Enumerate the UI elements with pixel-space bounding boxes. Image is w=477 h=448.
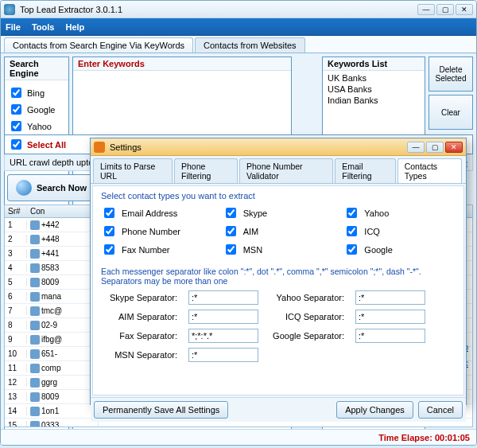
settings-tabs: Limits to Parse URL Phone Filtering Phon… [91, 156, 466, 184]
ct-skype[interactable]: Skype [223, 205, 335, 220]
app-icon [4, 4, 15, 15]
contact-types-grid: Email Address Skype Yahoo Phone Number A… [101, 205, 456, 257]
search-now-button[interactable]: Search Now [7, 174, 95, 201]
yahoo-sep-input[interactable] [355, 290, 425, 305]
contact-type-icon [30, 349, 40, 359]
se-google[interactable]: Google [8, 102, 65, 117]
contact-type-icon [30, 306, 40, 316]
cell-contact: +441 [27, 249, 99, 259]
cell-contact: 02-9 [27, 321, 99, 330]
window-title: Top Lead Extractor 3.0.1.1 [20, 5, 122, 14]
tab-phone-filtering[interactable]: Phone Filtering [174, 158, 238, 183]
contact-type-icon [30, 392, 40, 402]
col-contact[interactable]: Con [27, 205, 99, 217]
cell-contact: ggrg [27, 378, 99, 388]
ct-aim[interactable]: AIM [223, 224, 335, 239]
clear-button[interactable]: Clear [429, 95, 473, 130]
elapsed-label: Time Elapse: [378, 433, 432, 442]
select-all-checkbox[interactable] [11, 139, 21, 150]
settings-instruction: Select contact types you want to extract [101, 191, 456, 201]
cell-sr: 10 [5, 349, 27, 358]
cell-sr: 8 [5, 321, 27, 329]
skype-sep-input[interactable] [188, 290, 258, 305]
settings-footer: Permanently Save All Settings Apply Chan… [91, 397, 466, 422]
crawl-label: URL crawl depth upto [10, 158, 93, 167]
se-bing-checkbox[interactable] [11, 88, 21, 98]
tab-limits[interactable]: Limits to Parse URL [93, 158, 173, 183]
ct-icq[interactable]: ICQ [343, 224, 456, 239]
cancel-button[interactable]: Cancel [418, 401, 463, 419]
tab-websites[interactable]: Contacts from Websites [195, 37, 305, 53]
cell-contact: ifbg@ [27, 335, 99, 345]
menu-tools[interactable]: Tools [32, 22, 55, 32]
close-button[interactable]: ✕ [456, 4, 473, 15]
ct-google[interactable]: Google [343, 242, 456, 257]
settings-body: Select contact types you want to extract… [92, 185, 464, 395]
ct-fax[interactable]: Fax Number [101, 242, 213, 257]
skype-sep-label: Skype Separator: [101, 293, 180, 302]
ct-msn[interactable]: MSN [223, 242, 335, 257]
aim-sep-label: AIM Separator: [101, 312, 180, 321]
settings-titlebar: Settings — ▢ ✕ [91, 138, 466, 156]
menu-help[interactable]: Help [65, 22, 84, 32]
ct-phone[interactable]: Phone Number [101, 224, 213, 239]
fax-sep-input[interactable] [188, 329, 258, 343]
keywords-textarea[interactable] [73, 71, 291, 127]
aim-sep-input[interactable] [188, 310, 258, 324]
msn-sep-input[interactable] [188, 348, 258, 362]
se-google-checkbox[interactable] [11, 104, 21, 115]
google-sep-input[interactable] [355, 329, 425, 343]
cell-sr: 9 [5, 335, 27, 344]
keyword-item[interactable]: UK Banks [328, 72, 420, 84]
delete-selected-button[interactable]: Delete Selected [429, 56, 473, 92]
cell-contact: comp [27, 364, 99, 373]
cell-contact: 8583 [27, 263, 99, 273]
settings-title: Settings [110, 142, 142, 152]
contact-type-icon [30, 220, 40, 230]
ct-email[interactable]: Email Address [101, 205, 213, 220]
search-engine-title: Search Engine [5, 57, 68, 80]
tab-phone-validator[interactable]: Phone Number Validator [239, 158, 333, 183]
status-bar: Time Elapse: 00:01:05 [1, 429, 476, 445]
icq-sep-input[interactable] [355, 310, 425, 324]
settings-icon [94, 142, 105, 153]
cell-contact: 8009 [27, 278, 99, 287]
perm-save-button[interactable]: Permanently Save All Settings [94, 401, 228, 419]
settings-minimize-button[interactable]: — [407, 142, 425, 153]
contact-type-icon [30, 407, 40, 416]
settings-close-button[interactable]: ✕ [445, 142, 463, 153]
contact-type-icon [30, 421, 40, 428]
menu-file[interactable]: File [6, 22, 21, 32]
menubar: File Tools Help [1, 18, 476, 36]
settings-maximize-button[interactable]: ▢ [426, 142, 444, 153]
contact-type-icon [30, 235, 40, 244]
se-yahoo-checkbox[interactable] [11, 121, 21, 131]
col-sr[interactable]: Sr# [5, 205, 27, 217]
apply-changes-button[interactable]: Apply Changes [336, 401, 413, 419]
tab-contacts-types[interactable]: Contacts Types [398, 158, 462, 183]
contact-type-icon [30, 378, 40, 388]
elapsed-value: 00:01:05 [435, 433, 470, 442]
cell-sr: 13 [5, 392, 27, 401]
keywords-list-title: Keywords List [323, 57, 425, 71]
keyword-item[interactable]: Indian Banks [328, 95, 420, 106]
cell-sr: 1 [5, 220, 27, 229]
keywords-list-body[interactable]: UK Banks USA Banks Indian Banks [323, 71, 425, 107]
minimize-button[interactable]: — [417, 4, 435, 15]
ct-yahoo[interactable]: Yahoo [343, 205, 456, 220]
msn-sep-label: MSN Separator: [101, 350, 180, 360]
cell-sr: 3 [5, 249, 27, 258]
se-bing[interactable]: Bing [8, 85, 65, 100]
icq-sep-label: ICQ Separator: [268, 312, 347, 321]
contact-type-icon [30, 292, 40, 302]
tab-email-filtering[interactable]: Email Filtering [335, 158, 395, 183]
se-yahoo[interactable]: Yahoo [8, 119, 65, 134]
maximize-button[interactable]: ▢ [436, 4, 454, 15]
keyword-item[interactable]: USA Banks [328, 84, 420, 95]
contact-type-icon [30, 335, 40, 345]
cell-sr: 4 [5, 263, 27, 272]
app-tabs: Contacts from Search Engine Via KeyWords… [1, 36, 476, 53]
tab-search-engine[interactable]: Contacts from Search Engine Via KeyWords [4, 37, 193, 53]
cell-sr: 2 [5, 235, 27, 243]
contact-type-icon [30, 278, 40, 287]
